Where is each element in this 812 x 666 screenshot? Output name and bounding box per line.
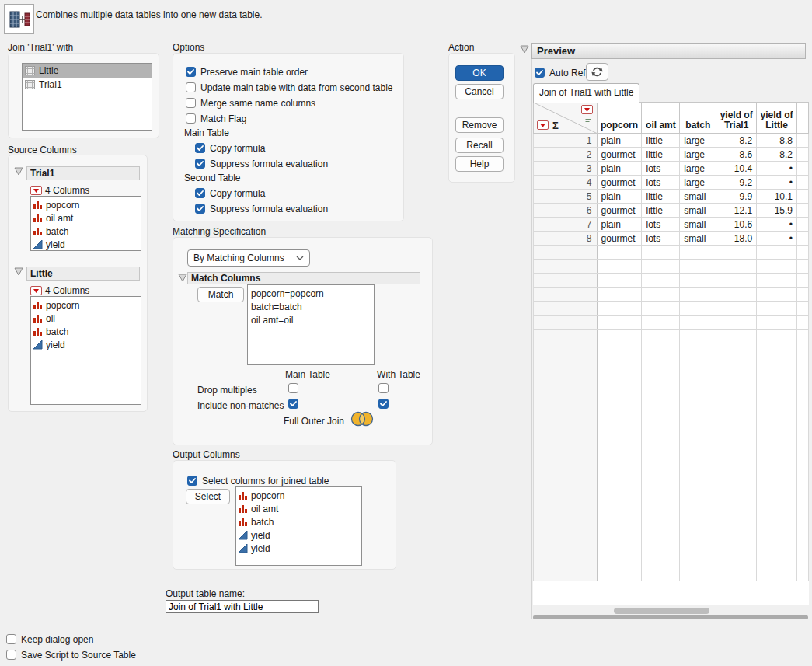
match-pair[interactable]: oil amt=oil: [248, 314, 374, 327]
table-row[interactable]: 3plainlotslarge10.4•: [534, 162, 809, 176]
table-cell[interactable]: •: [757, 176, 797, 190]
columns-menu-icon[interactable]: [30, 186, 42, 195]
row-number[interactable]: 8: [534, 232, 598, 246]
table-cell[interactable]: large: [680, 176, 716, 190]
table-cell[interactable]: 12.1: [716, 204, 757, 218]
table-cell[interactable]: little: [642, 190, 680, 204]
ok-button[interactable]: OK: [455, 65, 504, 81]
summary-sigma-icon[interactable]: Σ: [552, 120, 559, 131]
column-item[interactable]: oil amt: [31, 211, 141, 225]
option-checkbox[interactable]: [195, 143, 205, 153]
column-item[interactable]: yield: [31, 338, 141, 351]
table-cell[interactable]: large: [680, 162, 716, 176]
column-header[interactable]: batch: [680, 103, 716, 134]
collapse-triangle-icon[interactable]: [178, 274, 187, 282]
table-cell[interactable]: gourmet: [597, 176, 642, 190]
table-row[interactable]: 4gourmetlotslarge9.2•: [534, 176, 809, 190]
output-table-name-input[interactable]: [166, 600, 319, 613]
matching-method-dropdown[interactable]: By Matching Columns: [187, 249, 310, 267]
recall-button[interactable]: Recall: [455, 138, 504, 153]
include-non-matches-main-checkbox[interactable]: [288, 399, 298, 409]
table-cell[interactable]: plain: [597, 190, 642, 204]
preview-header[interactable]: Preview: [531, 43, 806, 59]
column-item[interactable]: oil: [31, 312, 141, 325]
table-cell[interactable]: small: [680, 218, 716, 232]
table-row[interactable]: 5plainlittlesmall9.910.1: [534, 190, 809, 204]
table-cell[interactable]: 8.2: [757, 148, 797, 162]
column-header[interactable]: yield of Trial1: [716, 103, 757, 134]
table-cell[interactable]: little: [642, 204, 680, 218]
table-cell[interactable]: 10.4: [716, 162, 757, 176]
table-cell[interactable]: large: [680, 148, 716, 162]
table-cell[interactable]: 8.2: [716, 134, 757, 148]
collapse-triangle-icon[interactable]: [14, 267, 23, 276]
keep-dialog-open-checkbox[interactable]: [6, 634, 16, 644]
match-columns-list[interactable]: popcorn=popcornbatch=batchoil amt=oil: [247, 284, 375, 365]
join-with-list[interactable]: LittleTrial1: [22, 63, 152, 131]
column-item[interactable]: oil amt: [236, 502, 361, 515]
table-cell[interactable]: •: [757, 232, 797, 246]
table-cell[interactable]: 18.0: [716, 232, 757, 246]
select-button[interactable]: Select: [186, 489, 230, 504]
table-row[interactable]: 1plainlittlelarge8.28.8: [534, 134, 809, 148]
row-number[interactable]: 6: [534, 204, 598, 218]
option-checkbox[interactable]: [186, 67, 196, 77]
table-cell[interactable]: 10.1: [757, 190, 797, 204]
source-group-title[interactable]: Little: [26, 267, 140, 281]
row-number[interactable]: 1: [534, 134, 598, 148]
match-pair[interactable]: batch=batch: [248, 301, 374, 314]
help-button[interactable]: Help: [455, 156, 504, 172]
table-cell[interactable]: 8.6: [716, 148, 757, 162]
collapse-triangle-icon[interactable]: [520, 45, 529, 54]
table-cell[interactable]: •: [757, 162, 797, 176]
table-cell[interactable]: lots: [642, 218, 680, 232]
table-cell[interactable]: 8.8: [757, 134, 797, 148]
table-row[interactable]: 7plainlotssmall10.6•: [534, 218, 809, 232]
horizontal-scrollbar-track[interactable]: [533, 615, 808, 619]
collapse-triangle-icon[interactable]: [14, 167, 23, 176]
column-item[interactable]: batch: [31, 325, 141, 338]
horizontal-scrollbar-thumb[interactable]: [614, 608, 709, 614]
auto-refresh-checkbox[interactable]: [535, 68, 545, 78]
column-item[interactable]: batch: [31, 225, 141, 238]
table-cell[interactable]: 15.9: [757, 204, 797, 218]
cancel-button[interactable]: Cancel: [455, 84, 504, 99]
table-cell[interactable]: little: [642, 148, 680, 162]
column-item[interactable]: batch: [236, 515, 361, 528]
table-list-item[interactable]: Little: [23, 64, 152, 78]
table-cell[interactable]: lots: [642, 176, 680, 190]
refresh-button[interactable]: [586, 63, 608, 81]
table-row[interactable]: 8gourmetlotssmall18.0•: [534, 232, 809, 246]
column-item[interactable]: yield: [236, 542, 361, 555]
option-checkbox[interactable]: [186, 82, 196, 92]
table-cell[interactable]: lots: [642, 162, 680, 176]
table-cell[interactable]: small: [680, 204, 716, 218]
column-item[interactable]: popcorn: [31, 298, 141, 312]
table-corner-cell[interactable]: Σ: [534, 103, 598, 134]
option-checkbox[interactable]: [195, 204, 205, 214]
column-item[interactable]: popcorn: [236, 489, 361, 502]
drop-multiples-main-checkbox[interactable]: [288, 383, 298, 393]
column-item[interactable]: yield: [31, 238, 141, 251]
table-cell[interactable]: •: [757, 218, 797, 232]
preview-tab[interactable]: Join of Trial1 with Little: [533, 83, 639, 103]
table-cell[interactable]: 10.6: [716, 218, 757, 232]
option-checkbox[interactable]: [186, 113, 196, 124]
table-row[interactable]: 2gourmetlittlelarge8.68.2: [534, 148, 809, 162]
table-cell[interactable]: small: [680, 190, 716, 204]
rows-menu-icon[interactable]: [537, 120, 549, 130]
table-cell[interactable]: large: [680, 134, 716, 148]
table-cell[interactable]: plain: [597, 218, 642, 232]
columns-menu-icon[interactable]: [581, 105, 593, 114]
remove-button[interactable]: Remove: [455, 117, 504, 133]
row-number[interactable]: 7: [534, 218, 598, 232]
table-cell[interactable]: 9.9: [716, 190, 757, 204]
column-item[interactable]: popcorn: [31, 198, 141, 211]
row-number[interactable]: 2: [534, 148, 598, 162]
source-column-list[interactable]: popcornoil amtbatchyield: [30, 196, 141, 251]
preview-table[interactable]: Σpopcornoil amtbatchyield of Trial1yield…: [533, 102, 809, 581]
table-cell[interactable]: lots: [642, 232, 680, 246]
select-columns-checkbox[interactable]: [187, 476, 197, 486]
columns-menu-icon[interactable]: [30, 286, 42, 295]
option-checkbox[interactable]: [195, 159, 205, 169]
